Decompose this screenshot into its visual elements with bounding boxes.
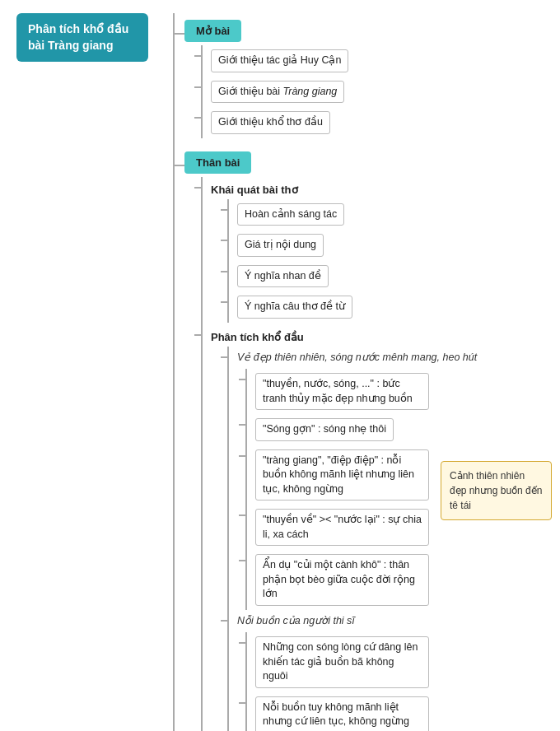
khai-quat-item-1: Hoàn cảnh sáng tác <box>229 199 552 230</box>
sadness-intro: Nỗi buồn của người thi sĩ <box>229 610 552 633</box>
mo-bai-item-1: Giới thiệu tác giả Huy Cận <box>203 45 348 77</box>
khai-quat-item-2: Giá trị nội dung <box>229 230 552 261</box>
khai-quat-item-3: Ý nghĩa nhan đề <box>229 261 552 292</box>
sadness-item-2: Nỗi buồn tuy không mãnh liệt nhưng cứ li… <box>247 692 429 732</box>
mind-map: Phân tích khổ đầu bài Tràng giang Mở bài… <box>8 13 552 731</box>
mo-bai-header: Mở bài <box>184 20 241 42</box>
khai-quat-item-4: Ý nghĩa câu thơ đề từ <box>229 291 552 323</box>
nature-item-1: "thuyền, nước, sóng, ..." : bức tranh th… <box>247 369 429 414</box>
phan-tich-section: Phân tích khổ đầu Vẻ đẹp thiên nhiên, só… <box>203 324 552 732</box>
nature-item-5: Ẩn dụ "củi một cành khô" : thân phận bọt… <box>247 550 429 610</box>
sadness-item-1: Những con sóng lòng cứ dâng lên khiến tá… <box>247 632 429 692</box>
phan-tich-header: Phân tích khổ đầu <box>211 331 304 343</box>
root-node: Phân tích khổ đầu bài Tràng giang <box>16 13 148 62</box>
khai-quat-header: Khái quát bài thơ <box>211 184 298 196</box>
nature-item-3: "tràng giang", "điệp điệp" : nỗi buồn kh… <box>247 445 429 505</box>
khai-quat-section: Khái quát bài thơ Hoàn cảnh sáng tác Giá… <box>203 177 552 324</box>
mo-bai-item-2: Giới thiệu bài Tràng giang <box>203 77 348 108</box>
nature-item-4: "thuyền về" >< "nước lại" : sự chia li, … <box>247 505 429 550</box>
nature-item-2: "Sóng gợn" : sóng nhẹ thôi <box>247 414 429 445</box>
nature-annotation: Cảnh thiên nhiên đẹp nhưng buồn đến tê t… <box>441 461 552 520</box>
mo-bai-item-3: Giới thiệu khổ thơ đầu <box>203 107 348 138</box>
nature-intro: Vẻ đẹp thiên nhiên, sóng nước mênh mang,… <box>229 347 552 370</box>
than-bai-header: Thân bài <box>184 151 251 174</box>
